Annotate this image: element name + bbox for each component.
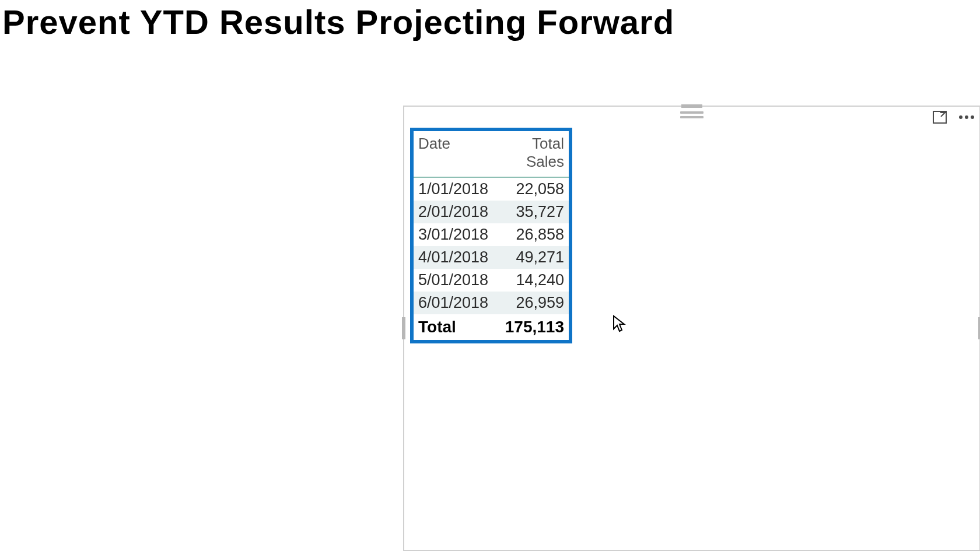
cell-date: 2/01/2018: [418, 203, 491, 221]
drag-grip[interactable]: [680, 111, 704, 118]
column-header-date[interactable]: Date: [418, 135, 491, 171]
table-row[interactable]: 4/01/2018 49,271: [414, 246, 569, 269]
cell-value: 49,271: [491, 248, 564, 266]
resize-handle-top[interactable]: [681, 104, 702, 108]
cell-value: 26,858: [491, 226, 564, 244]
cell-date: 3/01/2018: [418, 226, 491, 244]
total-value: 175,113: [491, 318, 564, 336]
cell-date: 5/01/2018: [418, 271, 491, 289]
svg-point-4: [971, 115, 974, 119]
sales-table[interactable]: Date Total Sales 1/01/2018 22,058 2/01/2…: [410, 128, 572, 343]
svg-point-2: [959, 115, 963, 119]
cell-value: 14,240: [491, 271, 564, 289]
column-header-total-sales[interactable]: Total Sales: [491, 135, 564, 171]
svg-point-3: [965, 115, 968, 119]
cell-date: 1/01/2018: [418, 180, 491, 198]
table-row[interactable]: 5/01/2018 14,240: [414, 269, 569, 292]
resize-handle-left[interactable]: [402, 317, 405, 339]
table-row[interactable]: 1/01/2018 22,058: [414, 178, 569, 201]
table-row[interactable]: 3/01/2018 26,858: [414, 223, 569, 246]
visual-header: [932, 109, 975, 125]
cell-value: 35,727: [491, 203, 564, 221]
cell-value: 22,058: [491, 180, 564, 198]
table-header-row[interactable]: Date Total Sales: [414, 131, 569, 178]
cell-date: 6/01/2018: [418, 294, 491, 312]
table-visual-container[interactable]: Date Total Sales 1/01/2018 22,058 2/01/2…: [403, 106, 980, 551]
focus-mode-icon[interactable]: [932, 109, 948, 125]
table-row[interactable]: 6/01/2018 26,959: [414, 292, 569, 314]
table-row[interactable]: 2/01/2018 35,727: [414, 201, 569, 223]
table-total-row[interactable]: Total 175,113: [414, 314, 569, 340]
more-options-icon[interactable]: [958, 109, 975, 125]
cell-value: 26,959: [491, 294, 564, 312]
page-title: Prevent YTD Results Projecting Forward: [0, 0, 980, 41]
cell-date: 4/01/2018: [418, 248, 491, 266]
total-label: Total: [418, 318, 491, 336]
